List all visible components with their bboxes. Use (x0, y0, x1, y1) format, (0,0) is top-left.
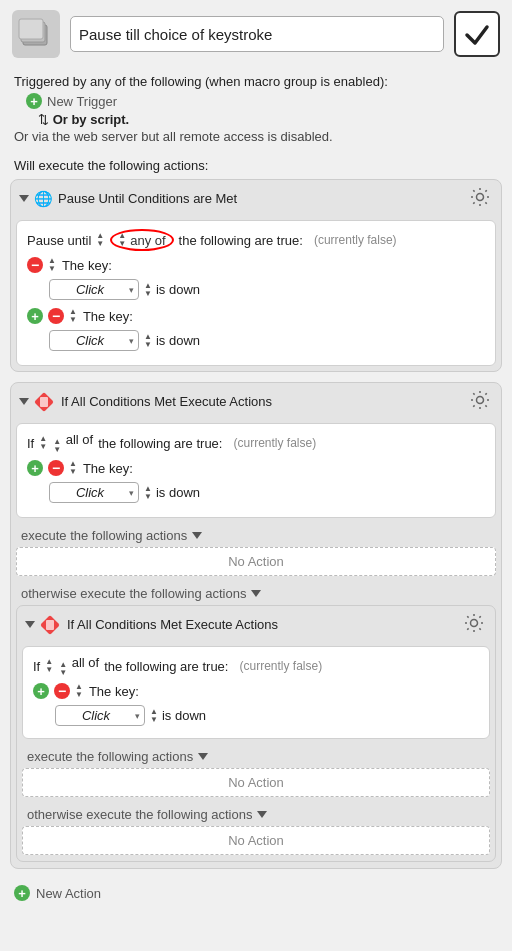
nested-execute-label: execute the following actions (27, 749, 193, 764)
execute-triangle-icon[interactable] (192, 532, 202, 539)
if-all-collapse-icon[interactable] (19, 398, 29, 405)
nested-gear-icon[interactable] (463, 612, 485, 637)
if-all-remove-key-button[interactable]: − (48, 460, 64, 476)
key-1-label: The key: (62, 258, 112, 273)
key-2-updown-icon[interactable]: ▲▼ (69, 308, 77, 324)
if-all-updown-icon[interactable]: ▲▼ (39, 435, 47, 451)
nested-click-dropdown[interactable]: Click ▾ (55, 705, 145, 726)
svg-point-3 (477, 194, 484, 201)
new-action-row[interactable]: + New Action (0, 879, 512, 907)
if-all-key-updown-icon[interactable]: ▲▼ (69, 460, 77, 476)
if-all-suffix: the following are true: (98, 436, 222, 451)
click-text-1: Click (54, 282, 126, 297)
key-2-label: The key: (83, 309, 133, 324)
nested-otherwise-triangle-icon[interactable] (257, 811, 267, 818)
collapse-triangle-icon[interactable] (19, 195, 29, 202)
dropdown-arrow-2-icon[interactable]: ▾ (129, 336, 134, 346)
is-down-2-updown-icon[interactable]: ▲▼ (144, 333, 152, 349)
if-all-key-row: + − ▲▼ The key: (27, 460, 485, 476)
nested-key-value-row: Click ▾ ▲▼ is down (55, 705, 479, 726)
nested-title-left: If All Conditions Met Execute Actions (25, 614, 278, 636)
click-text-2: Click (54, 333, 126, 348)
any-of-updown[interactable]: ▲▼ (118, 232, 126, 248)
checkmark-button[interactable] (454, 11, 500, 57)
or-via-web-label: Or via the web server but all remote acc… (14, 129, 498, 144)
is-down-2-text: is down (156, 333, 200, 348)
nested-click-text: Click (60, 708, 132, 723)
key-1-value-row: Click ▾ ▲▼ is down (49, 279, 485, 300)
nested-remove-key-button[interactable]: − (54, 683, 70, 699)
updown-arrows-icon[interactable]: ▲▼ (96, 232, 104, 248)
svg-point-9 (471, 620, 478, 627)
pause-until-gear-icon[interactable] (469, 186, 491, 211)
otherwise-label: otherwise execute the following actions (21, 586, 246, 601)
pause-until-condition-row: Pause until ▲▼ ▲▼ any of the following a… (27, 229, 485, 251)
nested-updown-icon[interactable]: ▲▼ (45, 658, 53, 674)
if-all-title: If All Conditions Met Execute Actions (61, 394, 272, 409)
new-action-plus-icon[interactable]: + (14, 885, 30, 901)
any-of-text: any of (130, 233, 165, 248)
remove-key-2-button[interactable]: − (48, 308, 64, 324)
if-all-is-down-updown-icon[interactable]: ▲▼ (144, 485, 152, 501)
key-row-2: + − ▲▼ The key: (27, 308, 485, 324)
if-all-icon (34, 391, 56, 413)
new-action-label: New Action (36, 886, 101, 901)
otherwise-triangle-icon[interactable] (251, 590, 261, 597)
new-trigger-row[interactable]: + New Trigger (26, 93, 498, 109)
pause-until-title: Pause Until Conditions are Met (58, 191, 237, 206)
is-down-1: ▲▼ is down (144, 282, 200, 298)
nested-otherwise-no-action-label: No Action (228, 833, 284, 848)
clock-icon: 🌐 (34, 190, 53, 208)
nested-key-updown-icon[interactable]: ▲▼ (75, 683, 83, 699)
any-of-highlight[interactable]: ▲▼ any of (110, 229, 173, 251)
remove-key-1-button[interactable]: − (27, 257, 43, 273)
nested-no-action-box: No Action (22, 768, 490, 797)
is-down-1-updown-icon[interactable]: ▲▼ (144, 282, 152, 298)
if-all-add-key-button[interactable]: + (27, 460, 43, 476)
pause-until-card: 🌐 Pause Until Conditions are Met Pause u… (10, 179, 502, 372)
nested-dropdown-arrow-icon[interactable]: ▾ (135, 711, 140, 721)
nested-is-down-updown-icon[interactable]: ▲▼ (150, 708, 158, 724)
if-all-gear-icon[interactable] (469, 389, 491, 414)
pause-until-suffix: the following are true: (179, 233, 303, 248)
pause-until-prefix: Pause until (27, 233, 91, 248)
if-all-dropdown-arrow-icon[interactable]: ▾ (129, 488, 134, 498)
key-row-1: − ▲▼ The key: (27, 257, 485, 273)
new-trigger-plus-icon[interactable]: + (26, 93, 42, 109)
nested-execute-section: execute the following actions (17, 744, 495, 768)
header (0, 0, 512, 68)
click-dropdown-1[interactable]: Click ▾ (49, 279, 139, 300)
if-all-key-label: The key: (83, 461, 133, 476)
nested-key-label: The key: (89, 684, 139, 699)
if-all-prefix: If (27, 436, 34, 451)
execute-section: execute the following actions (11, 523, 501, 547)
pause-until-currently: (currently false) (314, 233, 397, 247)
key-1-updown-icon[interactable]: ▲▼ (48, 257, 56, 273)
nested-all-of: ▲▼ all of (59, 655, 99, 677)
triggered-by-label: Triggered by any of the following (when … (14, 74, 498, 89)
macro-name-input[interactable] (70, 16, 444, 52)
if-all-title-left: If All Conditions Met Execute Actions (19, 391, 272, 413)
pause-until-card-header: 🌐 Pause Until Conditions are Met (11, 180, 501, 215)
if-all-conditions-card: If All Conditions Met Execute Actions If… (10, 382, 502, 869)
add-key-2-button[interactable]: + (27, 308, 43, 324)
nested-collapse-icon[interactable] (25, 621, 35, 628)
if-all-click-dropdown[interactable]: Click ▾ (49, 482, 139, 503)
nested-otherwise-label: otherwise execute the following actions (27, 807, 252, 822)
svg-rect-2 (19, 19, 43, 39)
click-dropdown-2[interactable]: Click ▾ (49, 330, 139, 351)
pause-until-title-left: 🌐 Pause Until Conditions are Met (19, 190, 237, 208)
nested-if-all-card: If All Conditions Met Execute Actions If… (16, 605, 496, 862)
if-all-is-down: ▲▼ is down (144, 485, 200, 501)
dropdown-arrow-1-icon[interactable]: ▾ (129, 285, 134, 295)
will-execute-label: Will execute the following actions: (0, 158, 512, 179)
nested-condition-row: If ▲▼ ▲▼ all of the following are true: … (33, 655, 479, 677)
nested-icon (40, 614, 62, 636)
nested-add-key-button[interactable]: + (33, 683, 49, 699)
nested-execute-triangle-icon[interactable] (198, 753, 208, 760)
if-all-card-header: If All Conditions Met Execute Actions (11, 383, 501, 418)
is-down-1-text: is down (156, 282, 200, 297)
or-by-script-label: ⇅ Or by script. (38, 112, 498, 127)
no-action-box: No Action (16, 547, 496, 576)
new-trigger-label: New Trigger (47, 94, 117, 109)
